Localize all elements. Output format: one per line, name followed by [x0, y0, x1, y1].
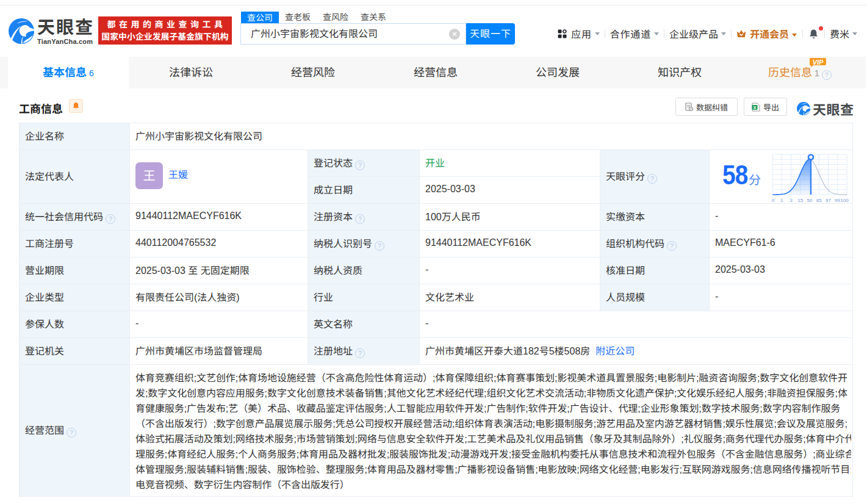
svg-text:1: 1	[780, 198, 783, 203]
svg-text:15: 15	[797, 198, 803, 203]
svg-text:3: 3	[790, 198, 793, 203]
svg-text:85: 85	[816, 198, 822, 203]
svg-text:99: 99	[835, 198, 840, 203]
svg-text:100: 100	[840, 198, 849, 203]
svg-text:VIP: VIP	[813, 59, 824, 66]
svg-text:0: 0	[772, 198, 775, 203]
svg-text:97: 97	[826, 198, 831, 203]
svg-text:X: X	[753, 104, 756, 110]
svg-text:50: 50	[807, 198, 813, 203]
